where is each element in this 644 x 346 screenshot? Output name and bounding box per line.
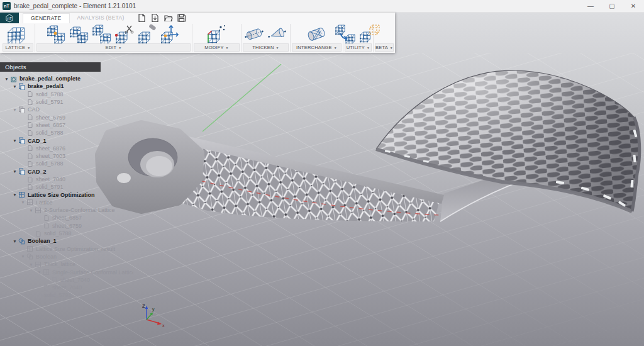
page-icon	[26, 160, 35, 167]
tree-item-label: Lattice	[35, 199, 53, 206]
lattice-icon	[35, 207, 43, 214]
move-lattice-icon[interactable]	[160, 24, 181, 43]
brake-pedal-model	[99, 70, 640, 221]
expand-arrow-icon[interactable]: ▼	[28, 262, 35, 267]
tree-item-brake-pedal-complete[interactable]: ▼ brake_pedal_complete	[0, 75, 133, 82]
group-label-interchange[interactable]: INTERCHANGE▼	[292, 43, 341, 52]
tree-item-sheet-6759[interactable]: sheet_6759	[0, 222, 133, 230]
application-window: Z y x nT brake_pedal_complete - Element …	[0, 0, 644, 346]
tree-item-label: sheet_7040	[59, 277, 90, 283]
expand-arrow-icon[interactable]: ▼	[11, 84, 18, 89]
expand-arrow-icon[interactable]: ▼	[28, 208, 35, 213]
tree-item-label: solid_5791	[35, 184, 64, 190]
expand-arrow-icon[interactable]: ▼	[36, 270, 43, 274]
lattice-icon	[18, 191, 26, 198]
tree-item-thick-lattice[interactable]: ▼ Thick_lattice	[0, 260, 133, 268]
tree-item-sheet-7040[interactable]: sheet_7040	[0, 176, 133, 183]
tree-item-cad-2[interactable]: ▼ CAD_2	[0, 168, 133, 176]
lattice-primitive-icon[interactable]	[6, 24, 31, 43]
tab-generate[interactable]: GENERATE	[23, 13, 70, 23]
expand-arrow-icon[interactable]: ▼	[3, 77, 10, 81]
ribbon-toolbar: nT GENERATE ANALYSIS (BETA) LATTICE▼ EDI…	[0, 13, 395, 53]
tree-item-lattice-size-optimization[interactable]: ▼ Lattice Size Optimization	[0, 191, 133, 198]
tree-item-label: sheet_6759	[51, 223, 82, 229]
tree-item-sheet-6759[interactable]: sheet_6759	[0, 113, 133, 121]
tree-item-solid-5791[interactable]: solid_5791	[0, 291, 133, 299]
tree-item-solid-5788[interactable]: solid_5788	[0, 129, 133, 137]
array-lattice-icon[interactable]	[92, 24, 113, 43]
expand-arrow-icon[interactable]: ▼	[11, 239, 18, 243]
tab-analysis-beta[interactable]: ANALYSIS (BETA)	[70, 13, 132, 23]
mirror-lattice-icon[interactable]	[69, 24, 91, 43]
tree-item-boolean[interactable]: ▼ Boolean	[0, 253, 133, 260]
tree-item-solid-5788[interactable]: solid_5788	[0, 91, 133, 98]
expand-arrow-icon[interactable]: ▼	[11, 193, 18, 197]
interchange-mesh-icon[interactable]	[304, 24, 330, 43]
lattice-icon	[26, 199, 35, 206]
cleanup-lattice-icon[interactable]	[137, 24, 158, 43]
expand-arrow-icon[interactable]: ▼	[11, 138, 18, 143]
open-folder-icon[interactable]	[164, 13, 173, 23]
thicken-cylinder-icon[interactable]	[244, 24, 265, 43]
window-controls: —▢✕	[580, 0, 644, 12]
tree-item-sheet-7003[interactable]: sheet_7003	[0, 152, 133, 160]
merge-lattice-icon[interactable]	[47, 24, 68, 43]
tree-item-solid-5791[interactable]: solid_5791	[0, 98, 133, 106]
tree-item-lattice[interactable]: ▼ Lattice	[0, 199, 133, 206]
thicken-cone-icon[interactable]	[267, 24, 288, 43]
tree-item-sheet-6857[interactable]: sheet_6857	[0, 121, 133, 129]
tree-item-solid-5791[interactable]: solid_5791	[0, 183, 133, 191]
group-label-edit[interactable]: EDIT▼	[36, 43, 191, 52]
ribbon-group-beta: BETA▼	[374, 24, 395, 52]
tree-item-label: Lattice Size Optimization_result	[35, 246, 115, 252]
title-bar: nT brake_pedal_complete - Element 1.21.0…	[0, 0, 644, 13]
trim-lattice-icon[interactable]	[114, 24, 136, 43]
assembly-icon	[10, 75, 18, 82]
utility-convert-icon[interactable]	[335, 24, 358, 43]
tree-item-sheet-7040[interactable]: sheet_7040	[0, 284, 133, 291]
expand-arrow-icon[interactable]: ▼	[19, 254, 26, 259]
tree-item-sheet-6876[interactable]: sheet_6876	[0, 145, 133, 152]
close-button[interactable]: ✕	[623, 0, 644, 12]
group-label-utility[interactable]: UTILITY▼	[345, 43, 372, 52]
maximize-button[interactable]: ▢	[601, 0, 623, 12]
new-file-icon[interactable]	[137, 13, 147, 23]
minimize-button[interactable]: —	[580, 0, 601, 12]
tree-item-label: brake_pedal_complete	[18, 75, 80, 82]
group-label-lattice[interactable]: LATTICE▼	[3, 43, 33, 52]
expand-arrow-icon[interactable]: ▼	[11, 169, 18, 174]
tree-item-boolean-1[interactable]: ▼ Boolean_1	[0, 237, 133, 245]
tree-item-lattice-size-optimization-result[interactable]: Lattice Size Optimization_result	[0, 245, 133, 253]
tree-item-cad-1[interactable]: ▼ CAD_1	[0, 137, 133, 144]
tree-item-2-surface-conformal-lattice[interactable]: ▼ 2-Surface-Conformal Lattice	[0, 206, 133, 214]
tree-item-cad[interactable]: ▼ CAD	[0, 106, 133, 113]
tree-item-single-surface-conformal-lattice[interactable]: ▼ Single-Surface Conformal Lattice	[0, 268, 133, 276]
group-label-beta[interactable]: BETA▼	[375, 43, 394, 52]
page-icon	[26, 114, 35, 121]
group-label-thicken[interactable]: THICKEN▼	[243, 43, 289, 52]
page-icon	[26, 91, 35, 98]
tree-item-solid-5788[interactable]: solid_5788	[0, 230, 133, 237]
expand-arrow-icon[interactable]: ▼	[19, 200, 26, 204]
triad-y-label: y	[152, 307, 155, 312]
tree-item-brake-pedal1[interactable]: ▼ brake_pedal1	[0, 82, 133, 90]
group-label-modify[interactable]: MODIFY▼	[194, 43, 240, 52]
tree-item-sheet-6857[interactable]: sheet_6857	[0, 214, 133, 221]
tree-item-label: Lattice Size Optimization	[26, 192, 95, 198]
cad-icon	[18, 83, 26, 90]
ribbon-group-modify: MODIFY▼	[192, 24, 242, 52]
save-icon[interactable]	[177, 13, 186, 23]
tree-item-label: solid_5788	[35, 160, 64, 167]
window-title: brake_pedal_complete - Element 1.21.0101	[14, 3, 136, 9]
tree-item-sheet-7040[interactable]: sheet_7040	[0, 276, 133, 284]
import-file-icon[interactable]	[150, 13, 160, 23]
dropdown-caret-icon: ▼	[367, 46, 370, 50]
page-icon	[26, 130, 35, 137]
tree-item-label: solid_5791	[35, 99, 64, 105]
modify-lattice-icon[interactable]	[206, 24, 228, 43]
expand-arrow-icon[interactable]: ▼	[11, 108, 18, 112]
ntopology-logo[interactable]: nT	[0, 13, 19, 23]
group-label-text: BETA	[375, 45, 388, 50]
tree-item-label: Boolean_1	[26, 238, 57, 244]
tree-item-solid-5788[interactable]: solid_5788	[0, 160, 133, 167]
